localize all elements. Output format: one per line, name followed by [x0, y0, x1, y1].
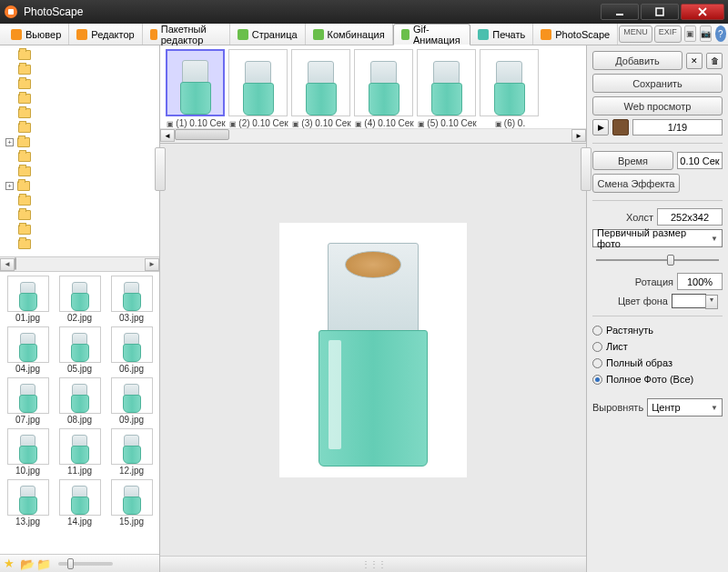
help-icon[interactable]: ? [715, 25, 726, 42]
thumb-item[interactable]: 12.jpg [107, 428, 156, 476]
tab-viewer[interactable]: Вьювер [4, 24, 69, 45]
thumb-item[interactable]: 04.jpg [4, 326, 52, 374]
tree-item[interactable] [0, 222, 159, 236]
thumbnail-panel: 01.jpg 02.jpg 03.jpg 04.jpg 05.jpg 06.jp… [0, 271, 159, 554]
stop-icon[interactable] [612, 119, 629, 135]
resize-grip-icon[interactable]: ⋮⋮⋮ [361, 559, 386, 569]
effect-button[interactable]: Смена Эффекта [592, 174, 680, 193]
thumb-image [59, 479, 101, 516]
thumb-size-slider[interactable] [58, 562, 113, 566]
tree-item[interactable] [0, 62, 159, 76]
bgcolor-picker[interactable] [672, 294, 706, 308]
fit-fullall-radio[interactable]: Полное Фото (Все) [592, 374, 723, 385]
save-button[interactable]: Сохранить [592, 74, 723, 93]
menu-button[interactable]: MENU [619, 25, 652, 43]
tree-item[interactable] [0, 149, 159, 164]
maximize-button[interactable] [641, 4, 679, 20]
delete-icon[interactable]: ✕ [686, 53, 703, 69]
frame-item[interactable]: ▣(6) 0. [480, 49, 541, 128]
close-button[interactable] [681, 4, 724, 20]
tree-item[interactable] [0, 164, 159, 178]
scroll-right-icon[interactable]: ► [571, 129, 586, 142]
frame-item[interactable]: ▣(2) 0.10 Сек [228, 49, 289, 128]
fit-sheet-radio[interactable]: Лист [592, 341, 723, 352]
fit-stretch-radio[interactable]: Растянуть [592, 325, 723, 336]
fullscreen-icon[interactable]: ▣ [684, 25, 696, 42]
tree-item[interactable] [0, 120, 159, 135]
tab-label: Комбинация [328, 29, 385, 40]
slider-knob[interactable] [67, 558, 74, 569]
tree-item[interactable] [0, 105, 159, 120]
sizemode-select[interactable]: Первичный размер фото▼ [592, 229, 723, 247]
frame-label: ▣(6) 0. [480, 118, 541, 128]
thumb-item[interactable]: 14.jpg [56, 479, 104, 527]
radio-label: Растянуть [606, 325, 653, 336]
sizemode-value: Первичный размер фото [597, 227, 711, 249]
tree-item[interactable] [0, 193, 159, 207]
tab-editor[interactable]: Редактор [69, 24, 142, 45]
tab-print[interactable]: Печать [470, 24, 533, 45]
thumb-item[interactable]: 01.jpg [4, 276, 52, 323]
folder-icon [18, 210, 31, 220]
webpreview-button[interactable]: Web просмотр [592, 96, 723, 115]
thumb-item[interactable]: 06.jpg [107, 326, 156, 374]
screenshot-icon[interactable]: 📷 [700, 25, 712, 42]
time-button[interactable]: Время [592, 151, 673, 170]
add-button[interactable]: Добавить [592, 51, 682, 70]
size-slider[interactable] [596, 253, 719, 267]
scroll-right-icon[interactable]: ► [145, 258, 159, 271]
frame-item[interactable]: ▣(3) 0.10 Сек [291, 49, 352, 128]
scroll-left-icon[interactable]: ◄ [160, 129, 175, 142]
exif-button[interactable]: EXIF [654, 25, 682, 43]
rotation-label: Ротация [592, 276, 673, 287]
frame-item[interactable]: ▣(4) 0.10 Сек [354, 49, 415, 128]
thumb-item[interactable]: 10.jpg [4, 428, 52, 476]
strip-hscroll[interactable]: ◄ ► [160, 128, 586, 143]
slider-knob[interactable] [667, 255, 674, 266]
expand-icon[interactable]: + [5, 138, 14, 146]
splitter-left[interactable] [155, 147, 166, 191]
svg-rect-1 [8, 9, 14, 15]
thumb-item[interactable]: 15.jpg [107, 479, 156, 527]
scrollbar-thumb[interactable] [175, 129, 229, 140]
tree-hscroll[interactable]: ◄ ► [0, 256, 159, 271]
splitter-right[interactable] [581, 147, 592, 191]
tab-photoscape[interactable]: PhotoScape [533, 24, 618, 45]
radio-icon [592, 326, 602, 336]
fit-full-radio[interactable]: Полный образ [592, 357, 723, 368]
frame-item[interactable]: ▣(1) 0.10 Сек [166, 49, 227, 128]
tab-gif[interactable]: Gif-Анимация [393, 24, 471, 45]
tree-item[interactable] [0, 91, 159, 105]
tree-item[interactable] [0, 76, 159, 91]
thumb-item[interactable]: 09.jpg [107, 377, 156, 425]
favorite-icon[interactable]: ★ [4, 557, 16, 570]
align-select[interactable]: Центр▼ [647, 398, 723, 416]
scroll-left-icon[interactable]: ◄ [0, 258, 15, 271]
folder-tree[interactable]: + + [0, 45, 159, 256]
thumb-label: 13.jpg [4, 517, 52, 527]
expand-icon[interactable]: + [5, 182, 14, 190]
thumb-image [59, 428, 101, 465]
play-icon[interactable]: ▶ [592, 119, 609, 135]
scrollbar-thumb[interactable] [15, 257, 16, 270]
minimize-button[interactable] [601, 4, 639, 20]
tree-item[interactable]: + [0, 178, 159, 193]
tree-item[interactable] [0, 47, 159, 62]
tree-item[interactable] [0, 207, 159, 222]
tree-item[interactable] [0, 236, 159, 251]
tab-combine[interactable]: Комбинация [306, 24, 393, 45]
tab-page[interactable]: Страница [230, 24, 306, 45]
frame-item[interactable]: ▣(5) 0.10 Сек [417, 49, 478, 128]
open-folder-icon[interactable]: 📂 [20, 557, 33, 570]
thumb-item[interactable]: 03.jpg [107, 276, 156, 323]
thumb-item[interactable]: 05.jpg [56, 326, 104, 374]
thumb-item[interactable]: 08.jpg [56, 377, 104, 425]
thumb-item[interactable]: 02.jpg [56, 276, 104, 323]
tree-item[interactable]: + [0, 135, 159, 149]
tab-batch[interactable]: Пакетный редактор [143, 24, 230, 45]
browse-folder-icon[interactable]: 📁 [36, 557, 49, 570]
trash-icon[interactable]: 🗑 [706, 53, 723, 69]
thumb-item[interactable]: 13.jpg [4, 479, 52, 527]
thumb-item[interactable]: 11.jpg [56, 428, 104, 476]
thumb-item[interactable]: 07.jpg [4, 377, 52, 425]
